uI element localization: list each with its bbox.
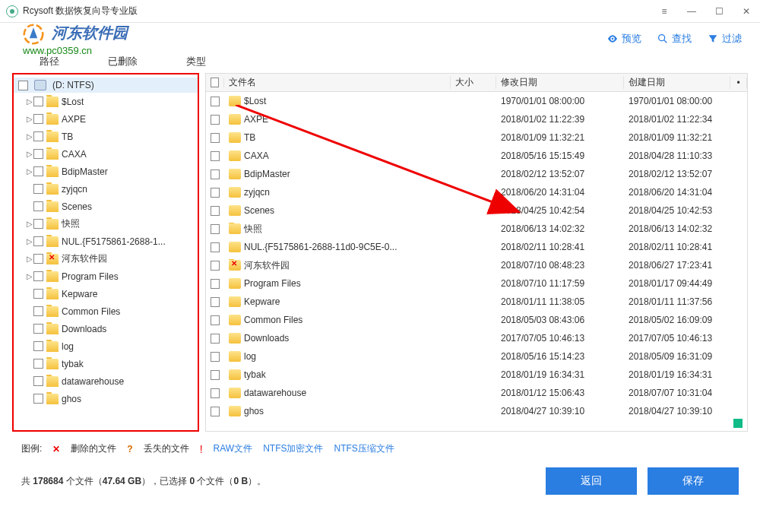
checkbox[interactable] bbox=[211, 279, 220, 289]
checkbox[interactable] bbox=[33, 166, 43, 176]
tree-item[interactable]: zyjqcn bbox=[14, 180, 198, 198]
checkbox[interactable] bbox=[211, 169, 220, 179]
table-row[interactable]: Scenes2018/04/25 10:42:542018/04/25 10:4… bbox=[206, 201, 747, 220]
tree-item[interactable]: ▷快照 bbox=[14, 215, 198, 233]
table-row[interactable]: CAXA2018/05/16 15:15:492018/04/28 11:10:… bbox=[206, 147, 747, 165]
checkbox[interactable] bbox=[211, 334, 220, 344]
table-row[interactable]: $Lost1970/01/01 08:00:001970/01/01 08:00… bbox=[206, 92, 747, 110]
tree-item[interactable]: ▷NUL.{F5175861-2688-1... bbox=[14, 233, 198, 250]
tab-deleted[interactable]: 已删除 bbox=[99, 52, 147, 71]
tree-item[interactable]: datawarehouse bbox=[14, 372, 198, 390]
checkbox[interactable] bbox=[33, 219, 43, 229]
checkbox[interactable] bbox=[211, 315, 220, 325]
table-row[interactable]: TB2018/01/09 11:32:212018/01/09 11:32:21 bbox=[206, 128, 747, 147]
checkbox[interactable] bbox=[33, 376, 43, 386]
tab-path[interactable]: 路径 bbox=[30, 52, 68, 71]
checkbox[interactable] bbox=[33, 271, 43, 281]
caret-icon[interactable]: ▷ bbox=[26, 272, 33, 280]
table-row[interactable]: ghos2018/04/27 10:39:102018/04/27 10:39:… bbox=[206, 402, 747, 420]
col-name[interactable]: 文件名 bbox=[224, 76, 451, 89]
tree-item[interactable]: ghos bbox=[14, 390, 198, 407]
caret-icon[interactable]: ▷ bbox=[26, 150, 33, 158]
tree-item[interactable]: tybak bbox=[14, 355, 198, 372]
checkbox[interactable] bbox=[33, 306, 43, 316]
tree-item[interactable]: ▷Program Files bbox=[14, 268, 198, 285]
checkbox[interactable] bbox=[211, 352, 220, 362]
checkbox[interactable] bbox=[33, 201, 43, 211]
caret-icon[interactable]: ▷ bbox=[26, 132, 33, 141]
back-button[interactable]: 返回 bbox=[546, 467, 637, 495]
checkbox[interactable] bbox=[33, 324, 43, 334]
caret-icon[interactable]: ▷ bbox=[26, 97, 33, 106]
table-row[interactable]: Downloads2017/07/05 10:46:132017/07/05 1… bbox=[206, 329, 747, 347]
checkbox[interactable] bbox=[33, 359, 43, 369]
checkbox[interactable] bbox=[33, 184, 43, 194]
table-row[interactable]: zyjqcn2018/06/20 14:31:042018/06/20 14:3… bbox=[206, 183, 747, 201]
table-row[interactable]: Program Files2018/07/10 11:17:592018/01/… bbox=[206, 274, 747, 293]
menu-icon[interactable]: ≡ bbox=[657, 4, 672, 19]
filter-button[interactable]: 过滤 bbox=[707, 32, 742, 46]
search-button[interactable]: 查找 bbox=[657, 32, 692, 46]
checkbox[interactable] bbox=[18, 81, 28, 90]
checkbox[interactable] bbox=[211, 224, 220, 234]
checkbox[interactable] bbox=[211, 261, 220, 271]
tree-item[interactable]: Scenes bbox=[14, 198, 198, 215]
tree-item[interactable]: ▷BdipMaster bbox=[14, 163, 198, 180]
preview-button[interactable]: 预览 bbox=[606, 32, 641, 46]
table-row[interactable]: NUL.{F5175861-2688-11d0-9C5E-0...2018/02… bbox=[206, 238, 747, 256]
checkbox[interactable] bbox=[211, 151, 220, 161]
checkbox[interactable] bbox=[211, 206, 220, 216]
checkbox[interactable] bbox=[33, 114, 43, 124]
caret-icon[interactable]: ▷ bbox=[26, 255, 33, 263]
checkbox[interactable] bbox=[211, 115, 220, 125]
table-row[interactable]: 河东软件园2018/07/10 08:48:232018/06/27 17:23… bbox=[206, 256, 747, 274]
tree-item[interactable]: Downloads bbox=[14, 320, 198, 337]
checkbox[interactable] bbox=[33, 341, 43, 351]
table-row[interactable]: AXPE2018/01/02 11:22:392018/01/02 11:22:… bbox=[206, 110, 747, 128]
col-size[interactable]: 大小 bbox=[451, 76, 496, 89]
tree-item[interactable]: ▷河东软件园 bbox=[14, 250, 198, 268]
tab-type[interactable]: 类型 bbox=[177, 52, 215, 71]
table-row[interactable]: log2018/05/16 15:14:232018/05/09 16:31:0… bbox=[206, 347, 747, 366]
tree-item[interactable]: log bbox=[14, 337, 198, 355]
checkbox[interactable] bbox=[211, 133, 220, 143]
checkbox[interactable] bbox=[211, 242, 220, 252]
tree-item[interactable]: Common Files bbox=[14, 302, 198, 320]
table-row[interactable]: Kepware2018/01/11 11:38:052018/01/11 11:… bbox=[206, 293, 747, 311]
maximize-icon[interactable]: ☐ bbox=[711, 4, 727, 19]
checkbox[interactable] bbox=[33, 131, 43, 141]
checkbox[interactable] bbox=[211, 370, 220, 380]
checkbox[interactable] bbox=[211, 97, 220, 106]
tree-item[interactable]: Kepware bbox=[14, 285, 198, 302]
checkbox[interactable] bbox=[211, 297, 220, 307]
checkbox[interactable] bbox=[33, 394, 43, 404]
table-row[interactable]: tybak2018/01/19 16:34:312018/01/19 16:34… bbox=[206, 366, 747, 384]
header-checkbox[interactable] bbox=[211, 78, 219, 87]
caret-icon[interactable]: ▷ bbox=[26, 167, 33, 176]
table-row[interactable]: BdipMaster2018/02/12 13:52:072018/02/12 … bbox=[206, 165, 747, 183]
checkbox[interactable] bbox=[211, 407, 220, 416]
table-row[interactable]: 快照2018/06/13 14:02:322018/06/13 14:02:32 bbox=[206, 220, 747, 238]
checkbox[interactable] bbox=[33, 236, 43, 246]
checkbox[interactable] bbox=[211, 188, 220, 198]
scroll-indicator[interactable] bbox=[733, 419, 743, 428]
col-created[interactable]: 创建日期 bbox=[624, 76, 730, 89]
table-row[interactable]: Common Files2018/05/03 08:43:062018/05/0… bbox=[206, 311, 747, 329]
save-button[interactable]: 保存 bbox=[648, 467, 739, 495]
tree-item[interactable]: ▷CAXA bbox=[14, 145, 198, 163]
checkbox[interactable] bbox=[33, 97, 43, 106]
checkbox[interactable] bbox=[211, 388, 220, 398]
tree-drive-row[interactable]: (D: NTFS) bbox=[14, 78, 198, 93]
tree-item[interactable]: ▷AXPE bbox=[14, 110, 198, 128]
caret-icon[interactable]: ▷ bbox=[26, 220, 33, 228]
minimize-icon[interactable]: — bbox=[684, 4, 699, 19]
tree-item[interactable]: ▷TB bbox=[14, 128, 198, 145]
caret-icon[interactable]: ▷ bbox=[26, 115, 33, 123]
table-row[interactable]: datawarehouse2018/01/12 15:06:432018/07/… bbox=[206, 384, 747, 402]
caret-icon[interactable]: ▷ bbox=[26, 237, 33, 245]
tree-item[interactable]: ▷$Lost bbox=[14, 93, 198, 110]
checkbox[interactable] bbox=[33, 289, 43, 299]
close-icon[interactable]: ✕ bbox=[739, 4, 754, 19]
col-modified[interactable]: 修改日期 bbox=[496, 76, 624, 89]
checkbox[interactable] bbox=[33, 254, 43, 264]
